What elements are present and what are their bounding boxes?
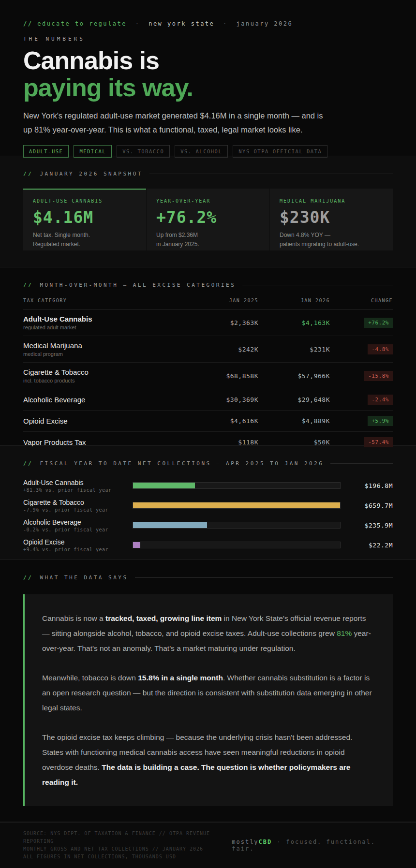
category-name: Cigarette & Tobacco: [23, 368, 195, 376]
table-row: Medical Marijuana medical program $242K …: [23, 336, 393, 363]
bar-delta: -7.9% vs. prior fiscal year: [23, 507, 133, 513]
slash-mark: //: [23, 20, 32, 27]
value-jan-2026: $57,966K: [258, 372, 330, 380]
date-text: january 2026: [237, 20, 293, 27]
green-stat: 81%: [337, 629, 352, 637]
bar-category: Opioid Excise: [23, 538, 133, 546]
bar-track: [133, 502, 341, 509]
bar-value: $22.2M: [341, 542, 393, 549]
bar-value: $196.8M: [341, 482, 393, 489]
dot-separator: ·: [132, 20, 144, 27]
col-change: CHANGE: [330, 298, 393, 303]
source-line-2: MONTHLY GROSS AND NET TAX COLLECTIONS //…: [23, 845, 232, 853]
tag-vs-alcohol[interactable]: VS. ALCOHOL: [175, 145, 228, 158]
bar-fill: [133, 502, 340, 508]
page-title: Cannabis is paying its way.: [23, 47, 393, 101]
bar-fill: [133, 483, 195, 488]
category-name: Adult-Use Cannabis: [23, 315, 195, 323]
value-jan-2025: $2,363K: [195, 319, 258, 326]
value-jan-2025: $4,616K: [195, 417, 258, 425]
label-text: // MONTH-OVER-MONTH — ALL EXCISE CATEGOR…: [23, 282, 236, 288]
bar-delta: -0.2% vs. prior fiscal year: [23, 527, 133, 532]
title-line-1: Cannabis is: [23, 46, 159, 74]
stat-desc-line: Net tax. Single month.: [33, 231, 136, 240]
bar-category: Alcoholic Beverage: [23, 518, 133, 526]
callout-paragraph-3: The opioid excise tax keeps climbing — b…: [42, 730, 375, 790]
brand-prefix: mostly: [232, 839, 258, 845]
stat-label: ADULT-USE CANNABIS: [33, 198, 136, 204]
value-jan-2025: $242K: [195, 346, 258, 353]
table-header: TAX CATEGORY JAN 2025 JAN 2026 CHANGE: [23, 298, 393, 309]
stat-desc-line: Regulated market.: [33, 240, 136, 249]
bar-delta: +9.4% vs. prior fiscal year: [23, 547, 133, 552]
change-badge: -57.4%: [364, 437, 393, 447]
stat-card-adult-use: ADULT-USE CANNABIS $4.16M Net tax. Singl…: [23, 189, 146, 250]
hero-section: // educate to regulate · new york state …: [0, 0, 416, 156]
table-row: Adult-Use Cannabis regulated adult marke…: [23, 309, 393, 336]
brand-suffix: CBD: [259, 839, 272, 845]
eyebrow: // educate to regulate · new york state …: [23, 20, 393, 27]
bar-track: [133, 542, 341, 548]
stat-desc-line: Up from $2.36M: [156, 231, 260, 240]
insights-section: // WHAT THE DATA SAYS Cannabis is now a …: [0, 560, 416, 822]
section-label-insights: // WHAT THE DATA SAYS: [23, 574, 393, 581]
tag-adult-use[interactable]: ADULT-USE: [23, 145, 69, 158]
label-rule: [330, 463, 393, 464]
lede-paragraph: New York's regulated adult-use market ge…: [23, 109, 333, 136]
section-label-mom: // MONTH-OVER-MONTH — ALL EXCISE CATEGOR…: [23, 282, 393, 288]
label-text: // WHAT THE DATA SAYS: [23, 574, 128, 581]
bar-category: Cigarette & Tobacco: [23, 499, 133, 506]
col-jan-2026: JAN 2026: [258, 298, 330, 303]
mom-table-section: // MONTH-OVER-MONTH — ALL EXCISE CATEGOR…: [0, 267, 416, 446]
dot-separator: ·: [219, 20, 232, 27]
row-category: Opioid Excise: [23, 417, 195, 425]
title-line-2-accent: paying its way.: [23, 74, 193, 102]
snapshot-section: // JANUARY 2026 SNAPSHOT ADULT-USE CANNA…: [0, 156, 416, 267]
value-jan-2026: $29,648K: [258, 396, 330, 403]
source-line-1: SOURCE: NYS DEPT. OF TAXATION & FINANCE …: [23, 830, 232, 845]
stat-desc: Net tax. Single month. Regulated market.: [33, 231, 136, 249]
category-sub: medical program: [23, 351, 195, 357]
section-label-ytd: // FISCAL YEAR-TO-DATE NET COLLECTIONS —…: [23, 460, 393, 467]
brand-text: educate to regulate: [37, 20, 127, 27]
slash-mark: //: [23, 574, 33, 581]
bar-category: Adult-Use Cannabis: [23, 479, 133, 486]
tag-vs-tobacco[interactable]: VS. TOBACCO: [117, 145, 170, 158]
dot-separator: ·: [272, 839, 286, 845]
bold-phrase: tracked, taxed, growing line item: [105, 614, 222, 622]
bar-row-opioid: Opioid Excise +9.4% vs. prior fiscal yea…: [23, 537, 393, 553]
row-category: Cigarette & Tobacco incl. tobacco produc…: [23, 368, 195, 383]
stat-value: $230K: [280, 208, 383, 227]
label-text: // JANUARY 2026 SNAPSHOT: [23, 171, 143, 177]
table-row: Opioid Excise $4,616K $4,889K +5.9%: [23, 411, 393, 432]
source-line-3: ALL FIGURES IN NET COLLECTIONS, THOUSAND…: [23, 853, 232, 861]
label-rule: [149, 174, 393, 174]
bar-row-tobacco: Cigarette & Tobacco -7.9% vs. prior fisc…: [23, 497, 393, 514]
stat-desc-line: Down 4.8% YOY —: [280, 231, 383, 240]
label-rule: [135, 577, 393, 578]
stat-desc: Down 4.8% YOY — patients migrating to ad…: [280, 231, 383, 249]
bar-label: Adult-Use Cannabis +81.3% vs. prior fisc…: [23, 479, 133, 493]
bar-fill: [133, 542, 140, 548]
stat-cards: ADULT-USE CANNABIS $4.16M Net tax. Singl…: [23, 189, 393, 250]
footer: SOURCE: NYS DEPT. OF TAXATION & FINANCE …: [0, 822, 416, 868]
callout-paragraph-2: Meanwhile, tobacco is down 15.8% in a si…: [42, 670, 375, 715]
table-row: Cigarette & Tobacco incl. tobacco produc…: [23, 363, 393, 389]
stat-card-yoy: YEAR-OVER-YEAR +76.2% Up from $2.36M in …: [147, 189, 269, 250]
bar-row-alcohol: Alcoholic Beverage -0.2% vs. prior fisca…: [23, 517, 393, 533]
bar-row-adult-use: Adult-Use Cannabis +81.3% vs. prior fisc…: [23, 477, 393, 494]
value-jan-2026: $231K: [258, 346, 330, 353]
stat-desc-line: in January 2025.: [156, 240, 260, 249]
value-jan-2025: $68,858K: [195, 372, 258, 380]
change-badge: +76.2%: [364, 318, 393, 328]
stat-label: YEAR-OVER-YEAR: [156, 198, 260, 204]
ytd-section: // FISCAL YEAR-TO-DATE NET COLLECTIONS —…: [0, 446, 416, 560]
stat-value: +76.2%: [156, 208, 260, 227]
label-text: // FISCAL YEAR-TO-DATE NET COLLECTIONS —…: [23, 460, 324, 467]
row-category: Adult-Use Cannabis regulated adult marke…: [23, 315, 195, 330]
tag-nys-otpa[interactable]: NYS OTPA OFFICIAL DATA: [233, 145, 327, 158]
bar-chart: Adult-Use Cannabis +81.3% vs. prior fisc…: [23, 477, 393, 553]
category-sub: incl. tobacco products: [23, 378, 195, 383]
row-category: Vapor Products Tax: [23, 438, 195, 446]
tag-medical[interactable]: MEDICAL: [74, 145, 112, 158]
